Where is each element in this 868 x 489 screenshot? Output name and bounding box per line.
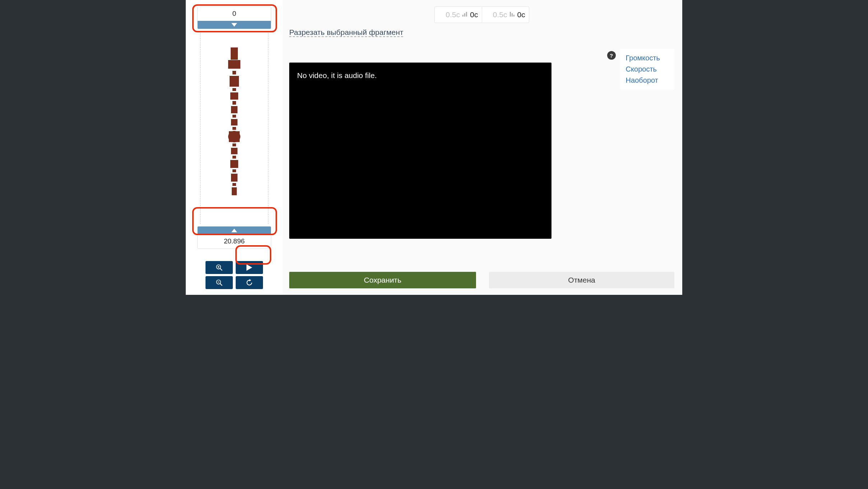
audio-editor-app: 0 (186, 0, 682, 295)
fade-in-group: 0с (435, 7, 481, 23)
zoom-out-button[interactable] (206, 276, 233, 289)
fade-out-value: 0с (517, 10, 525, 19)
refresh-icon (246, 279, 253, 286)
svg-rect-30 (466, 12, 467, 17)
svg-rect-6 (232, 101, 236, 105)
svg-rect-4 (232, 88, 236, 91)
zoom-out-icon (216, 279, 223, 286)
svg-rect-31 (510, 12, 511, 17)
cancel-button[interactable]: Отмена (489, 272, 674, 288)
svg-rect-5 (230, 92, 238, 100)
chevron-up-icon (231, 229, 237, 232)
svg-rect-13 (232, 143, 236, 146)
end-time-value: 20.896 (198, 234, 271, 248)
svg-rect-10 (232, 127, 236, 130)
svg-rect-19 (232, 183, 236, 186)
timeline-column: 0 (186, 0, 283, 295)
fade-out-input[interactable] (486, 10, 507, 19)
svg-rect-8 (232, 115, 236, 118)
chevron-down-icon (231, 23, 237, 27)
fade-in-bars-icon (462, 11, 468, 18)
reverse-link[interactable]: Наоборот (626, 75, 660, 86)
effect-links: Громкость Скорость Наоборот (620, 49, 674, 90)
svg-line-22 (220, 269, 222, 271)
svg-rect-16 (230, 160, 238, 168)
save-button[interactable]: Сохранить (289, 272, 476, 288)
mid-row: No video, it is audio file. ? Громкость … (289, 39, 674, 257)
video-message: No video, it is audio file. (297, 71, 377, 79)
svg-rect-28 (462, 15, 463, 17)
svg-rect-18 (231, 174, 237, 182)
waveform-controls (190, 257, 278, 289)
waveform-icon (222, 33, 247, 224)
start-time-value: 0 (198, 7, 271, 21)
svg-rect-14 (231, 148, 237, 154)
zoom-in-button[interactable] (206, 261, 233, 274)
fade-out-bars-icon (509, 11, 515, 18)
help-button[interactable]: ? (607, 51, 616, 60)
svg-rect-32 (512, 13, 513, 17)
start-handle[interactable] (198, 21, 271, 29)
fade-in-value: 0с (470, 10, 478, 19)
svg-rect-29 (464, 13, 465, 17)
speed-link[interactable]: Скорость (626, 64, 660, 75)
fade-in-input[interactable] (438, 10, 460, 19)
side-panel: ? Громкость Скорость Наоборот (607, 49, 674, 90)
svg-line-26 (220, 284, 222, 286)
main-column: 0с 0с Разрезать выбранный фрагмент No vi… (283, 0, 682, 295)
reset-button[interactable] (236, 276, 263, 289)
svg-rect-33 (513, 15, 514, 17)
play-icon (246, 264, 252, 271)
video-preview: No video, it is audio file. (289, 63, 551, 239)
svg-rect-20 (232, 187, 237, 195)
svg-rect-17 (232, 169, 236, 172)
svg-rect-7 (231, 106, 237, 113)
bottom-actions: Сохранить Отмена (289, 272, 674, 288)
cut-fragment-link[interactable]: Разрезать выбранный фрагмент (289, 28, 674, 37)
svg-rect-9 (231, 119, 237, 125)
end-handle[interactable] (198, 227, 271, 234)
play-button[interactable] (236, 261, 263, 274)
svg-rect-15 (232, 156, 236, 159)
svg-rect-3 (230, 76, 239, 87)
svg-rect-0 (231, 47, 238, 60)
volume-link[interactable]: Громкость (626, 52, 660, 64)
svg-rect-1 (228, 60, 240, 69)
start-time-box[interactable]: 0 (197, 6, 271, 29)
fade-out-group: 0с (482, 7, 529, 23)
zoom-in-icon (216, 264, 223, 271)
fade-controls: 0с 0с (289, 6, 674, 23)
svg-point-12 (228, 131, 240, 142)
waveform-area[interactable] (200, 33, 268, 224)
svg-rect-2 (232, 71, 236, 74)
end-time-box[interactable]: 20.896 (197, 226, 271, 249)
